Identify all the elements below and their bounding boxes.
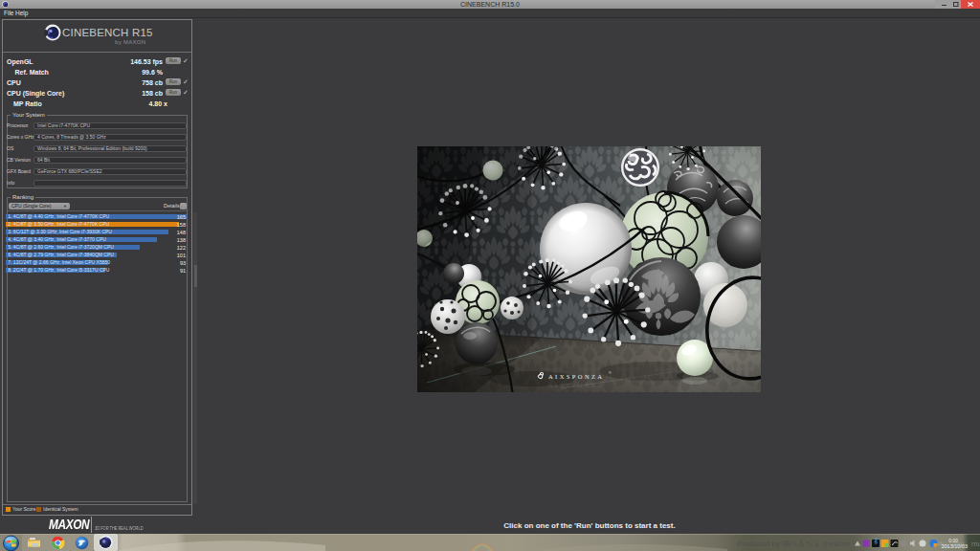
svg-text:mu: mu	[971, 540, 980, 548]
svg-text:0:00: 0:00	[948, 538, 958, 543]
svg-text:2013/10/03: 2013/10/03	[941, 543, 968, 549]
svg-text:Produced by 橘べるちぇ (bellche: Produced by 橘べるちぇ (bellche	[737, 540, 851, 548]
